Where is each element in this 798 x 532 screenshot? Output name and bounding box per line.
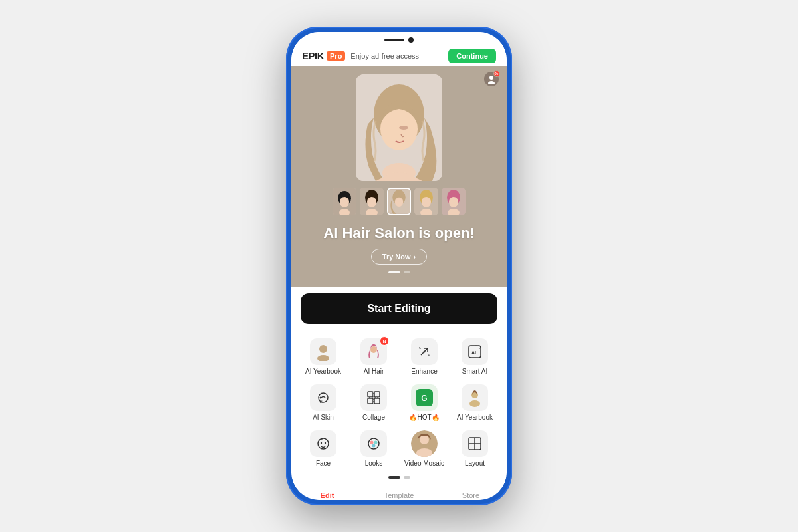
layout-icon <box>462 430 488 457</box>
thumb-2[interactable] <box>360 188 384 215</box>
ai-hair-icon: N <box>360 338 387 365</box>
feature-label-looks: Looks <box>365 460 383 467</box>
feature-label-ai-yearbook-1: AI Yearbook <box>305 368 341 375</box>
feature-ai-skin[interactable]: AI AI Skin <box>298 379 348 425</box>
svg-text:G: G <box>421 394 427 403</box>
thumb-3-selected[interactable] <box>387 188 411 215</box>
svg-point-20 <box>422 197 431 207</box>
phone-notch <box>372 32 426 48</box>
svg-point-29 <box>424 351 426 353</box>
nav-edit[interactable]: Edit <box>291 489 363 500</box>
banner-tagline: Enjoy ad-free access <box>350 52 419 60</box>
svg-rect-37 <box>368 398 373 404</box>
ai-hair-new-badge: N <box>380 336 389 346</box>
svg-point-44 <box>469 400 480 407</box>
ai-yearbook-2-icon <box>462 384 488 411</box>
svg-point-48 <box>368 438 379 449</box>
nav-template-label: Template <box>384 491 414 499</box>
thumb-4[interactable] <box>414 188 438 215</box>
ai-skin-icon: AI <box>310 384 336 411</box>
notification-badge: 9+ <box>493 70 500 77</box>
svg-point-46 <box>321 442 322 444</box>
notification-area[interactable]: 9+ <box>484 72 499 86</box>
looks-icon <box>360 430 387 457</box>
brand-section: EPIK Pro Enjoy ad-free access <box>302 50 419 61</box>
svg-rect-35 <box>368 392 373 397</box>
thumbnail-strip <box>332 188 466 215</box>
enhance-icon <box>411 338 438 365</box>
pro-badge: Pro <box>327 51 345 61</box>
try-now-label: Try Now <box>382 253 411 261</box>
svg-point-28 <box>370 346 377 353</box>
start-editing-button[interactable]: Start Editing <box>301 293 497 324</box>
hot-icon: G <box>411 384 438 411</box>
svg-point-26 <box>319 345 327 353</box>
grid-dot-1 <box>388 476 400 479</box>
feature-collage[interactable]: Collage <box>348 379 399 425</box>
feature-face[interactable]: Face <box>298 425 348 471</box>
thumb-1[interactable] <box>332 188 356 215</box>
svg-rect-36 <box>374 392 380 397</box>
hero-dot-1 <box>388 271 400 273</box>
svg-point-17 <box>395 198 403 207</box>
svg-point-1 <box>488 81 495 84</box>
feature-enhance[interactable]: Enhance <box>399 333 450 379</box>
ai-yearbook-1-icon <box>310 338 336 365</box>
feature-label-collage: Collage <box>362 414 385 421</box>
svg-point-0 <box>489 76 493 80</box>
svg-point-33 <box>320 397 322 399</box>
svg-point-27 <box>317 355 329 361</box>
feature-label-enhance: Enhance <box>411 368 437 375</box>
feature-layout[interactable]: Layout <box>450 425 500 471</box>
svg-point-13 <box>367 197 376 207</box>
phone-screen: EPIK Pro Enjoy ad-free access Continue <box>291 32 507 500</box>
smart-ai-icon: AI <box>462 338 488 365</box>
svg-point-9 <box>340 197 349 207</box>
svg-rect-38 <box>374 398 380 404</box>
svg-point-43 <box>471 392 478 398</box>
app-screen: EPIK Pro Enjoy ad-free access Continue <box>291 32 507 500</box>
feature-hot[interactable]: G 🔥HOT🔥 <box>399 379 450 425</box>
feature-label-smart-ai: Smart AI <box>462 368 487 375</box>
svg-point-47 <box>325 442 326 444</box>
feature-label-video-mosaic: Video Mosaic <box>404 460 444 467</box>
feature-label-hot: 🔥HOT🔥 <box>409 414 439 421</box>
nav-store[interactable]: Store <box>435 489 507 500</box>
feature-label-layout: Layout <box>465 460 485 467</box>
feature-ai-yearbook-2[interactable]: AI Yearbook <box>450 379 500 425</box>
feature-looks[interactable]: Looks <box>348 425 399 471</box>
svg-point-53 <box>420 435 429 444</box>
svg-point-51 <box>372 444 376 448</box>
face-icon-wrap <box>310 430 336 457</box>
nav-edit-label: Edit <box>321 491 334 499</box>
svg-point-24 <box>449 197 458 207</box>
svg-point-49 <box>370 441 374 444</box>
feature-label-ai-yearbook-2: AI Yearbook <box>457 414 493 421</box>
grid-page-dots <box>291 473 507 483</box>
try-now-chevron: › <box>414 253 416 261</box>
continue-button[interactable]: Continue <box>448 49 496 63</box>
phone-camera <box>408 37 414 43</box>
feature-smart-ai[interactable]: AI Smart AI <box>450 333 500 379</box>
feature-video-mosaic[interactable]: Video Mosaic <box>399 425 450 471</box>
start-editing-section: Start Editing <box>291 287 507 328</box>
feature-ai-yearbook-1[interactable]: AI Yearbook <box>298 333 348 379</box>
svg-point-50 <box>374 441 378 444</box>
portrait-svg <box>356 74 442 181</box>
svg-text:AI: AI <box>471 350 476 355</box>
collage-icon <box>360 384 387 411</box>
thumb-5[interactable] <box>442 188 466 215</box>
hero-dot-2 <box>404 271 410 273</box>
feature-label-ai-skin: AI Skin <box>313 414 334 421</box>
feature-ai-hair[interactable]: N AI Hair <box>348 333 399 379</box>
nav-template[interactable]: Template <box>363 489 435 500</box>
feature-label-face: Face <box>316 460 331 467</box>
grid-dot-2 <box>404 476 410 479</box>
hero-page-dots <box>388 271 410 273</box>
hero-section: 9+ <box>291 66 507 287</box>
svg-text:AI: AI <box>320 400 324 404</box>
hero-title: AI Hair Salon is open! <box>323 225 474 242</box>
try-now-button[interactable]: Try Now › <box>371 249 427 265</box>
bottom-navigation: Edit Template Store <box>291 483 507 500</box>
video-mosaic-icon <box>411 430 438 457</box>
